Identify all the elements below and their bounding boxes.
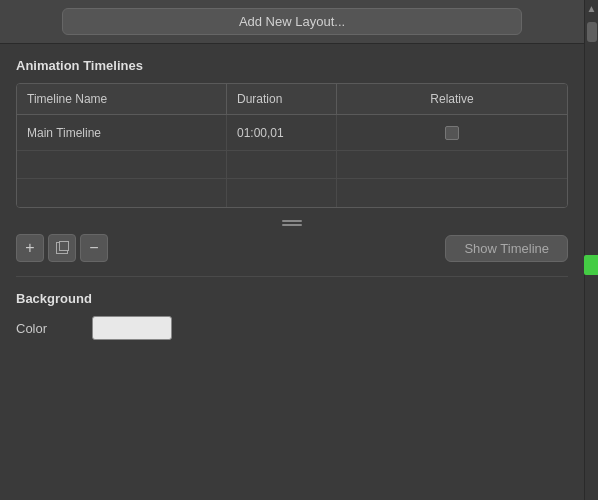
right-scrollbar[interactable]: ▲ [584, 0, 598, 500]
cell-name-1: Main Timeline [17, 115, 227, 150]
cell-duration-2 [227, 151, 337, 178]
table-row[interactable]: Main Timeline 01:00,01 [17, 115, 567, 151]
timeline-duration-1: 01:00,01 [237, 126, 284, 140]
green-badge[interactable] [584, 255, 598, 275]
duplicate-timeline-button[interactable] [48, 234, 76, 262]
cell-name-2 [17, 151, 227, 178]
cell-relative-1[interactable] [337, 115, 567, 150]
cell-duration-1: 01:00,01 [227, 115, 337, 150]
table-body: Main Timeline 01:00,01 [17, 115, 567, 207]
background-section-title: Background [16, 291, 568, 306]
animation-timelines-title: Animation Timelines [16, 58, 568, 73]
section-divider [16, 276, 568, 277]
timelines-table: Timeline Name Duration Relative Main Tim… [16, 83, 568, 208]
table-header: Timeline Name Duration Relative [17, 84, 567, 115]
resize-line-1 [282, 220, 302, 222]
color-row: Color [16, 316, 568, 340]
color-swatch[interactable] [92, 316, 172, 340]
col-header-duration: Duration [227, 84, 337, 114]
scroll-up-arrow[interactable]: ▲ [587, 0, 597, 18]
timeline-name-1: Main Timeline [27, 126, 101, 140]
color-label: Color [16, 321, 76, 336]
col-header-name: Timeline Name [17, 84, 227, 114]
add-new-layout-button[interactable]: Add New Layout... [62, 8, 522, 35]
cell-relative-2 [337, 151, 567, 178]
top-button-bar: Add New Layout... [0, 0, 584, 44]
relative-checkbox-1[interactable] [445, 126, 459, 140]
cell-name-3 [17, 179, 227, 207]
resize-line-2 [282, 224, 302, 226]
add-timeline-button[interactable]: + [16, 234, 44, 262]
cell-duration-3 [227, 179, 337, 207]
resize-icon [282, 218, 302, 228]
cell-relative-3 [337, 179, 567, 207]
scroll-thumb[interactable] [587, 22, 597, 42]
background-section: Background Color [16, 291, 568, 340]
table-row[interactable] [17, 179, 567, 207]
left-buttons: + − [16, 234, 108, 262]
main-content: Animation Timelines Timeline Name Durati… [0, 44, 584, 354]
toolbar-row: + − Show Timeline [16, 234, 568, 262]
duplicate-icon [56, 242, 68, 254]
col-header-relative: Relative [337, 84, 567, 114]
resize-handle[interactable] [16, 218, 568, 228]
remove-timeline-button[interactable]: − [80, 234, 108, 262]
table-row[interactable] [17, 151, 567, 179]
show-timeline-button[interactable]: Show Timeline [445, 235, 568, 262]
